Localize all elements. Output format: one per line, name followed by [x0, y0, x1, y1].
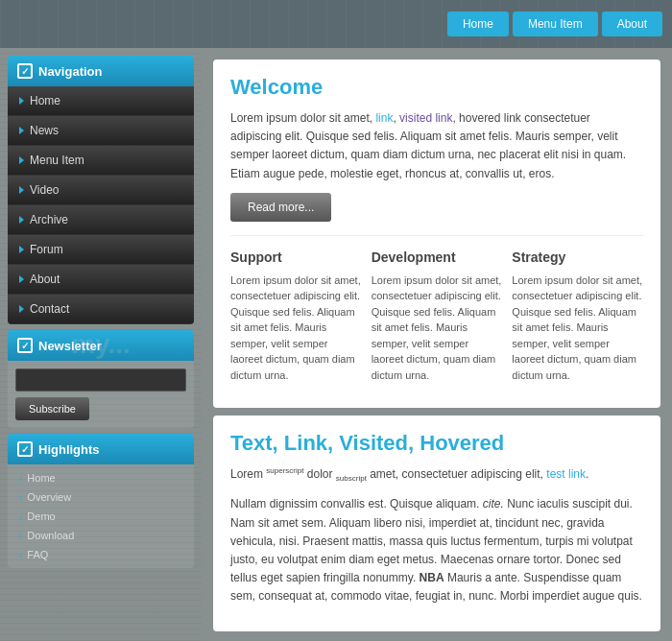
- textlink-para1: Lorem superscript dolor subscript amet, …: [230, 465, 643, 486]
- nav-menuitem[interactable]: Menu Item: [8, 146, 194, 176]
- newsletter-header: ✓ Newsletter: [8, 330, 194, 361]
- title-suffix: , Visited, Hovered: [327, 431, 504, 455]
- highlight-download-label: Download: [27, 530, 74, 541]
- title-prefix: Text,: [230, 431, 284, 455]
- textlink-title: Text, Link, Visited, Hovered: [230, 431, 643, 456]
- cite-text: cite.: [483, 497, 504, 510]
- arrow-icon: ›: [19, 550, 22, 560]
- subscribe-button[interactable]: Subscribe: [15, 397, 89, 420]
- arrow-icon: [19, 275, 24, 283]
- visited-link[interactable]: visited link: [399, 111, 452, 125]
- nav-news[interactable]: News: [8, 116, 194, 146]
- link[interactable]: link: [375, 111, 393, 125]
- nav-contact[interactable]: Contact: [8, 295, 194, 324]
- superscript: superscript: [266, 466, 303, 475]
- welcome-body: Lorem ipsum dolor sit amet, link, visite…: [230, 109, 643, 183]
- newsletter-input[interactable]: [15, 368, 186, 392]
- topnav-menuitem-button[interactable]: Menu Item: [513, 12, 598, 36]
- newsletter-section: ✓ Newsletter Subscribe: [8, 330, 194, 428]
- textlink-box: Text, Link, Visited, Hovered Lorem super…: [213, 415, 660, 630]
- nav-about-label: About: [30, 273, 60, 286]
- nba-text: NBA: [420, 571, 444, 584]
- highlights-list: › Home › Overview › Demo › Download: [8, 464, 194, 568]
- development-title: Development: [372, 249, 503, 265]
- development-col: Development Lorem ipsum dolor sit amet, …: [372, 249, 503, 393]
- navigation-section: ✓ Navigation Home News Menu Item V: [8, 56, 194, 324]
- arrow-icon: [19, 97, 24, 105]
- welcome-box: Welcome Lorem ipsum dolor sit amet, link…: [213, 59, 660, 408]
- arrow-icon: ›: [19, 473, 22, 484]
- nav-home[interactable]: Home: [8, 86, 194, 116]
- support-title: Support: [230, 249, 362, 265]
- nav-home-label: Home: [30, 94, 60, 107]
- arrow-icon: [19, 305, 24, 313]
- arrow-icon: [19, 127, 24, 134]
- highlights-label: Highlights: [38, 442, 100, 457]
- navigation-label: Navigation: [38, 64, 102, 79]
- check-icon: ✓: [17, 338, 33, 353]
- nav-contact-label: Contact: [30, 302, 69, 316]
- arrow-icon: ›: [19, 531, 22, 541]
- nav-archive-label: Archive: [30, 213, 68, 226]
- check-icon: ✓: [17, 441, 33, 457]
- arrow-icon: [19, 246, 24, 253]
- support-body: Lorem ipsum dolor sit amet, consectetuer…: [230, 273, 362, 384]
- highlight-faq[interactable]: › FAQ: [8, 545, 194, 564]
- arrow-icon: [19, 186, 24, 194]
- nav-video[interactable]: Video: [8, 176, 194, 205]
- check-icon: ✓: [17, 63, 33, 79]
- highlight-faq-label: FAQ: [27, 549, 48, 560]
- textlink-para2: Nullam dignissim convallis est. Quisque …: [230, 495, 643, 605]
- nav-news-label: News: [30, 124, 59, 137]
- test-link[interactable]: test link: [546, 467, 586, 481]
- highlight-home[interactable]: › Home: [8, 468, 194, 487]
- highlight-download[interactable]: › Download: [8, 526, 194, 545]
- arrow-icon: ›: [19, 492, 22, 503]
- highlights-header: ✓ Highlights: [8, 434, 194, 464]
- nav-about[interactable]: About: [8, 265, 194, 295]
- highlight-demo-label: Demo: [27, 510, 55, 522]
- highlight-home-label: Home: [27, 472, 55, 484]
- highlight-overview[interactable]: › Overview: [8, 487, 194, 507]
- read-more-button[interactable]: Read more...: [230, 193, 331, 222]
- welcome-title: Welcome: [230, 75, 643, 100]
- arrow-icon: [19, 156, 24, 164]
- three-col-section: Support Lorem ipsum dolor sit amet, cons…: [230, 235, 643, 393]
- arrow-icon: [19, 216, 24, 224]
- nav-menuitem-label: Menu Item: [30, 154, 84, 167]
- topnav-about-button[interactable]: About: [602, 12, 662, 36]
- highlights-section: ✓ Highlights › Home › Overview › Demo: [8, 434, 194, 568]
- nav-forum-label: Forum: [30, 243, 63, 256]
- navigation-header: ✓ Navigation: [8, 56, 194, 86]
- nav-archive[interactable]: Archive: [8, 205, 194, 235]
- newsletter-label: Newsletter: [38, 339, 102, 353]
- nav-forum[interactable]: Forum: [8, 235, 194, 265]
- subscript: subscript: [336, 475, 367, 484]
- support-col: Support Lorem ipsum dolor sit amet, cons…: [230, 249, 362, 393]
- strategy-col: Strategy Lorem ipsum dolor sit amet, con…: [512, 249, 643, 393]
- strategy-title: Strategy: [512, 249, 643, 265]
- highlight-overview-label: Overview: [27, 491, 71, 503]
- main-content: Welcome Lorem ipsum dolor sit amet, link…: [202, 48, 672, 641]
- nav-video-label: Video: [30, 183, 59, 197]
- topnav-home-button[interactable]: Home: [447, 12, 509, 36]
- strategy-body: Lorem ipsum dolor sit amet, consectetuer…: [512, 273, 643, 384]
- development-body: Lorem ipsum dolor sit amet, consectetuer…: [372, 273, 503, 384]
- highlight-demo[interactable]: › Demo: [8, 507, 194, 526]
- arrow-icon: ›: [19, 511, 22, 522]
- title-link[interactable]: Link: [284, 431, 327, 455]
